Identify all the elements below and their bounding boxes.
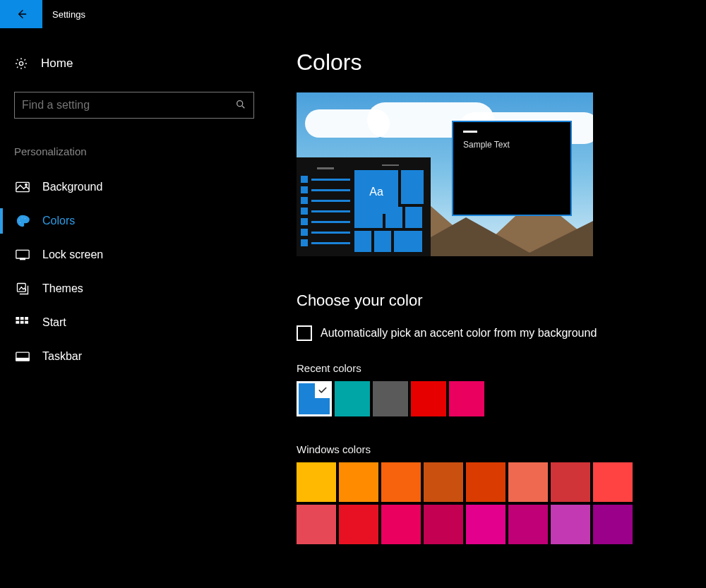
windows-color-swatch[interactable] — [466, 462, 505, 502]
svg-point-0 — [19, 61, 23, 65]
auto-pick-checkbox[interactable] — [297, 325, 312, 341]
recent-colors-label: Recent colors — [297, 362, 678, 374]
windows-color-swatch[interactable] — [593, 462, 633, 502]
start-icon — [16, 317, 30, 328]
search-icon — [235, 99, 246, 112]
recent-color-swatch[interactable] — [411, 381, 446, 416]
back-arrow-icon — [16, 8, 27, 20]
page-title: Colors — [297, 49, 678, 76]
windows-color-swatch[interactable] — [424, 505, 463, 544]
windows-colors-grid — [297, 462, 678, 544]
nav-item-label: Colors — [42, 215, 75, 227]
windows-color-swatch[interactable] — [381, 462, 421, 502]
section-label: Personalization — [14, 145, 261, 157]
colors-icon — [16, 214, 30, 228]
content-area: Colors — [261, 28, 706, 588]
windows-color-swatch[interactable] — [593, 505, 633, 544]
back-button[interactable] — [0, 0, 42, 28]
windows-color-swatch[interactable] — [466, 505, 505, 544]
preview-start-list — [301, 164, 350, 252]
home-label: Home — [41, 56, 73, 71]
svg-rect-12 — [20, 317, 24, 320]
windows-color-swatch[interactable] — [508, 505, 548, 544]
svg-rect-8 — [16, 250, 29, 258]
svg-rect-15 — [20, 321, 24, 324]
svg-rect-9 — [20, 258, 25, 260]
svg-rect-13 — [25, 317, 28, 320]
svg-rect-11 — [16, 317, 19, 320]
taskbar-icon — [16, 352, 30, 361]
preview-window-text: Sample Text — [463, 140, 561, 150]
preview-start-tiles: Aa — [354, 164, 426, 252]
recent-color-swatch[interactable] — [335, 381, 370, 416]
nav-item-background[interactable]: Background — [14, 170, 261, 204]
svg-point-7 — [20, 222, 21, 223]
lockscreen-icon — [16, 249, 30, 260]
window-title: Settings — [52, 9, 85, 20]
windows-color-swatch[interactable] — [508, 462, 548, 502]
themes-icon — [16, 282, 30, 296]
nav-item-label: Themes — [42, 282, 83, 295]
recent-colors-row — [297, 381, 678, 416]
nav-item-label: Start — [42, 316, 66, 329]
windows-color-swatch[interactable] — [297, 505, 336, 544]
color-preview: Aa Sample Text — [297, 92, 593, 256]
nav-item-colors[interactable]: Colors — [14, 204, 261, 238]
nav-item-label: Taskbar — [42, 350, 82, 363]
svg-rect-16 — [25, 321, 28, 324]
svg-rect-18 — [16, 359, 29, 361]
titlebar: Settings — [0, 0, 706, 28]
nav-item-label: Lock screen — [42, 248, 103, 261]
svg-point-1 — [237, 100, 243, 106]
svg-point-4 — [19, 219, 20, 220]
nav-item-label: Background — [42, 181, 102, 193]
recent-color-swatch[interactable] — [449, 381, 484, 416]
windows-color-swatch[interactable] — [381, 505, 421, 544]
search-box[interactable] — [14, 92, 254, 119]
sidebar: Home Personalization BackgroundColorsLoc… — [0, 28, 261, 588]
preview-window: Sample Text — [452, 121, 572, 216]
preview-start-menu: Aa — [297, 157, 431, 256]
svg-rect-14 — [16, 321, 19, 324]
search-input[interactable] — [22, 99, 235, 112]
nav-item-taskbar[interactable]: Taskbar — [14, 340, 261, 373]
background-icon — [16, 181, 30, 193]
auto-pick-label: Automatically pick an accent color from … — [321, 327, 597, 340]
svg-point-3 — [25, 184, 28, 186]
nav-item-lockscreen[interactable]: Lock screen — [14, 238, 261, 272]
choose-color-heading: Choose your color — [297, 292, 678, 310]
recent-color-swatch[interactable] — [297, 381, 332, 416]
svg-point-5 — [21, 217, 23, 219]
windows-color-swatch[interactable] — [297, 462, 336, 502]
svg-point-6 — [24, 218, 25, 220]
home-button[interactable]: Home — [14, 49, 261, 78]
windows-color-swatch[interactable] — [339, 505, 378, 544]
windows-color-swatch[interactable] — [424, 462, 463, 502]
recent-color-swatch[interactable] — [373, 381, 408, 416]
auto-pick-checkbox-row[interactable]: Automatically pick an accent color from … — [297, 325, 678, 341]
windows-color-swatch[interactable] — [551, 462, 590, 502]
nav-item-start[interactable]: Start — [14, 306, 261, 340]
windows-colors-label: Windows colors — [297, 443, 678, 455]
gear-icon — [14, 56, 28, 71]
nav-item-themes[interactable]: Themes — [14, 272, 261, 306]
windows-color-swatch[interactable] — [551, 505, 590, 544]
windows-color-swatch[interactable] — [339, 462, 378, 502]
checkmark-icon — [315, 383, 330, 398]
